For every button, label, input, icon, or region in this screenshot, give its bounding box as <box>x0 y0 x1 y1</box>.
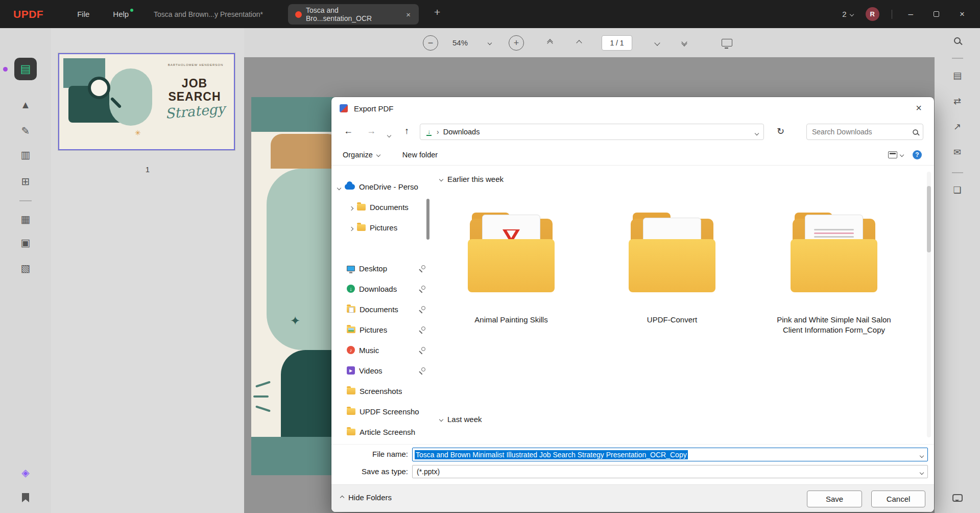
folder-tile-updf-convert[interactable]: UPDF-Convert <box>601 208 744 325</box>
menu-file[interactable]: File <box>72 7 94 21</box>
dialog-close-button[interactable]: × <box>913 102 925 114</box>
file-list-scrollbar[interactable] <box>927 172 931 437</box>
onedrive-icon <box>345 184 355 190</box>
organize-pages-tool[interactable]: ⊞ <box>0 175 51 188</box>
save-as-type-select[interactable]: (*.pptx) <box>412 465 928 478</box>
tab-presentation[interactable]: Tosca and Brown...y Presentation* <box>146 4 271 25</box>
hide-folders-button[interactable]: Hide Folders <box>341 493 392 502</box>
tab-close-icon[interactable]: × <box>405 10 412 19</box>
feedback-tool[interactable] <box>935 494 980 502</box>
first-page-button[interactable] <box>548 28 552 57</box>
breadcrumb-location[interactable]: Downloads <box>443 128 480 136</box>
sidebar-item-pictures-quick[interactable]: Pictures <box>331 319 428 340</box>
downloads-icon: ↓ <box>347 285 355 293</box>
mail-tool[interactable]: ✉ <box>935 147 980 158</box>
sidebar-item-onedrive[interactable]: OneDrive - Perso <box>331 176 428 197</box>
tab-presentation-ocr[interactable]: Tosca and Bro...sentation_OCR × <box>288 4 419 25</box>
slide-title: JOB SEARCH <box>156 77 233 103</box>
view-mode-button[interactable] <box>888 151 903 158</box>
page-edit-tool[interactable]: ▦ <box>0 213 51 225</box>
help-button[interactable]: ? <box>913 150 922 159</box>
layers-tool[interactable]: ◈ <box>0 467 51 479</box>
chevron-down-icon[interactable] <box>338 182 341 191</box>
thumbnails-tool[interactable]: ▤ <box>0 58 51 80</box>
selected-filename-text: Tosca and Brown Minimalist Illustrated J… <box>415 450 688 459</box>
sidebar-item-music[interactable]: ♪ Music <box>331 340 428 360</box>
organize-button[interactable]: Organize <box>338 148 385 162</box>
forward-button[interactable]: → <box>367 126 376 136</box>
new-tab-button[interactable]: + <box>430 6 444 18</box>
ocr-icon: ▤ <box>953 70 962 81</box>
sidebar-item-pictures[interactable]: Pictures <box>331 217 428 238</box>
chevron-down-icon[interactable] <box>920 451 923 459</box>
sidebar-item-documents[interactable]: Documents <box>331 197 428 217</box>
watermark-tool[interactable]: ▧ <box>0 262 51 274</box>
slide-shape <box>253 395 269 398</box>
share-tool[interactable]: ↗ <box>935 121 980 132</box>
presentation-mode-button[interactable] <box>722 28 732 57</box>
annotate-tool[interactable]: ✎ <box>0 125 51 137</box>
scrollbar-thumb[interactable] <box>927 186 931 252</box>
page-thumbnail[interactable]: ✳ BARTHOLOMEW HENDERSON JOB SEARCH Strat… <box>58 53 235 150</box>
cancel-button[interactable]: Cancel <box>871 491 925 507</box>
back-button[interactable]: ← <box>344 126 353 136</box>
sidebar-item-downloads[interactable]: ↓ Downloads <box>331 278 428 299</box>
file-name-input[interactable]: Tosca and Brown Minimalist Illustrated J… <box>412 448 928 461</box>
folder-tile-nail-salon-form[interactable]: Pink and White Simple Nail Salon Client … <box>762 208 905 335</box>
print-tool[interactable]: ❏ <box>935 184 980 196</box>
zoom-out-button[interactable]: − <box>423 35 438 51</box>
titlebar-right: 2 R – × <box>842 0 969 28</box>
previous-page-button[interactable] <box>577 28 581 57</box>
save-button[interactable]: Save <box>807 491 862 507</box>
chevron-right-icon[interactable] <box>350 223 353 232</box>
divider <box>892 10 892 19</box>
search-tool[interactable] <box>935 37 980 44</box>
maximize-button[interactable] <box>929 11 943 17</box>
sidebar-item-screenshots[interactable]: Screenshots <box>331 381 428 401</box>
ocr-tool[interactable]: ▤ <box>935 70 980 81</box>
commandbar-right: ? <box>888 150 922 159</box>
folder-tile-animal-painting[interactable]: Animal Painting Skills <box>440 208 583 325</box>
address-bar[interactable]: ↓ › Downloads <box>420 124 764 140</box>
sidebar-item-videos[interactable]: ▶ Videos <box>331 360 428 381</box>
sidebar-scrollbar[interactable] <box>426 199 429 240</box>
sidebar-item-updf-screenshots[interactable]: UPDF Screensho <box>331 401 428 422</box>
dialog-body: OneDrive - Perso Documents Pictures Desk… <box>331 166 934 444</box>
new-folder-button[interactable]: New folder <box>397 148 443 162</box>
recent-locations-dropdown[interactable] <box>388 129 391 139</box>
reader-tool[interactable]: ▥ <box>0 149 51 161</box>
close-button[interactable]: × <box>955 9 969 19</box>
pin-icon <box>419 347 425 354</box>
chevron-down-icon <box>849 12 853 16</box>
zoom-dropdown-icon[interactable] <box>488 40 492 44</box>
sidebar-item-article-screenshots[interactable]: Article Screensh <box>331 422 428 442</box>
menu-help[interactable]: Help <box>108 7 134 21</box>
sidebar-item-documents-quick[interactable]: Documents <box>331 299 428 319</box>
bookmarks-tool[interactable] <box>0 493 51 502</box>
view-toolbar: − 54% + 1 / 1 <box>244 28 935 57</box>
page-indicator[interactable]: 1 / 1 <box>602 35 632 51</box>
minimize-button[interactable]: – <box>904 9 917 19</box>
document-count-dropdown[interactable]: 2 <box>842 10 853 18</box>
last-page-button[interactable] <box>682 28 686 57</box>
chevron-down-icon <box>900 152 904 156</box>
crop-tool[interactable]: ▣ <box>0 237 51 249</box>
search-input[interactable] <box>811 127 912 136</box>
up-button[interactable]: ↑ <box>404 126 409 136</box>
pointer-tool[interactable]: ▲ <box>0 99 51 111</box>
folder-icon <box>347 429 355 435</box>
zoom-in-button[interactable]: + <box>509 35 524 51</box>
group-header-lastweek[interactable]: Last week <box>440 415 482 424</box>
address-dropdown-icon[interactable] <box>755 128 758 136</box>
refresh-button[interactable]: ↻ <box>777 126 784 137</box>
avatar[interactable]: R <box>866 7 879 21</box>
next-page-button[interactable] <box>655 28 659 57</box>
dialog-titlebar: Export PDF × <box>331 97 934 120</box>
group-header-earlier[interactable]: Earlier this week <box>440 175 504 183</box>
sidebar-item-desktop[interactable]: Desktop <box>331 258 428 278</box>
search-box[interactable] <box>806 124 923 140</box>
share-icon: ↗ <box>953 121 961 132</box>
convert-tool[interactable]: ⇄ <box>935 96 980 107</box>
chevron-right-icon[interactable] <box>350 203 353 212</box>
thumbnail-panel: ✳ BARTHOLOMEW HENDERSON JOB SEARCH Strat… <box>51 28 244 513</box>
